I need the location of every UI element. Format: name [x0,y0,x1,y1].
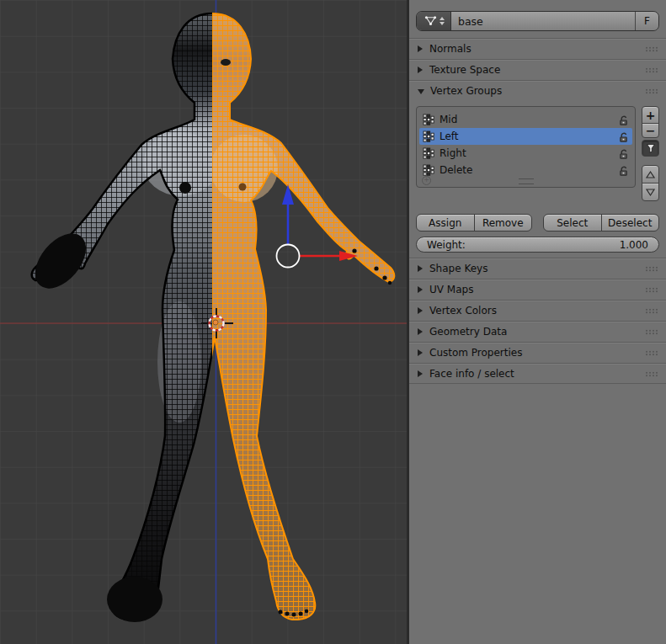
vertex-group-name: Mid [440,114,457,125]
panel-title: Geometry Data [429,326,507,338]
arrow-up-icon [645,170,656,179]
datablock-selector: F [416,11,659,31]
panel-title: UV Maps [429,284,473,295]
weight-slider[interactable]: Weight: 1.000 [416,237,659,253]
disclosure-triangle-icon [418,89,424,94]
panel-grip-icon[interactable] [645,266,658,272]
mesh-data-icon [424,14,438,28]
remove-vertex-group-button[interactable]: − [642,123,659,138]
panel-title: Custom Properties [429,347,522,359]
vertex-group-item[interactable]: Right [419,145,632,162]
panel-grip-icon[interactable] [645,287,658,293]
deselect-button[interactable]: Deselect [601,214,660,232]
fake-user-button[interactable]: F [635,12,658,30]
disclosure-triangle-icon [418,265,423,272]
vertex-group-item[interactable]: Left [419,128,632,145]
panel-grip-icon[interactable] [645,46,658,52]
list-resize-handle[interactable] [519,178,534,184]
panel-title: Vertex Colors [429,305,497,317]
vertex-group-name: Left [440,130,459,142]
panel-header-shape-keys[interactable]: Shape Keys [409,258,666,279]
blender-window: F NormalsTexture Space Vertex Groups Mid [0,0,666,644]
arrow-down-icon [645,188,656,197]
panel-grip-icon[interactable] [645,308,658,314]
mesh-datablock-browse-button[interactable] [417,12,451,30]
panel-title: Shape Keys [429,263,488,274]
vertex-group-actions: Assign Remove Select Deselect [416,214,659,232]
disclosure-triangle-icon [418,45,423,52]
vertex-group-item[interactable]: Delete [419,162,632,178]
panel-header-vertex-groups[interactable]: Vertex Groups [409,80,666,101]
add-vertex-group-button[interactable]: + [642,106,659,124]
panel-title: Texture Space [429,64,500,76]
unlocked-icon[interactable] [619,148,629,159]
vertex-group-icon [423,114,434,125]
unlocked-icon[interactable] [619,165,629,176]
vertex-group-icon [423,130,434,142]
move-group-up-button[interactable] [642,165,659,184]
panel-header-custom-properties[interactable]: Custom Properties [409,342,666,363]
vertex-group-name: Delete [440,164,472,176]
unlocked-icon[interactable] [619,114,629,125]
datablock-spinner-icon[interactable] [440,17,445,25]
filter-button[interactable] [642,140,659,157]
vertex-group-icon [423,164,434,176]
panel-title: Vertex Groups [430,85,502,97]
unlocked-icon[interactable] [619,131,629,142]
move-group-down-button[interactable] [642,183,659,201]
viewport-3d[interactable] [0,0,407,644]
datablock-name-input[interactable] [451,12,635,30]
remove-button[interactable]: Remove [474,214,533,232]
disclosure-triangle-icon [418,370,423,377]
list-add-icon[interactable]: + [422,176,431,185]
list-side-buttons: + − [642,106,659,201]
panel-title: Face info / select [429,368,514,380]
vertex-group-icon [423,147,434,159]
panel-grip-icon[interactable] [645,329,658,335]
properties-panel: F NormalsTexture Space Vertex Groups Mid [407,0,666,644]
panel-header-geometry-data[interactable]: Geometry Data [409,321,666,342]
panel-grip-icon[interactable] [645,371,658,377]
assign-button[interactable]: Assign [416,214,475,232]
vertex-groups-list: Mid Left Rig [416,106,636,188]
vertex-groups-content: Mid Left Rig [416,101,659,253]
panel-header-vertex-colors[interactable]: Vertex Colors [409,300,666,321]
select-button[interactable]: Select [543,214,602,232]
panel-title: Normals [429,43,472,55]
weight-value: 1.000 [620,239,648,251]
funnel-filter-icon [646,143,656,153]
panel-grip-icon[interactable] [645,67,658,73]
disclosure-triangle-icon [418,286,423,293]
disclosure-triangle-icon [418,349,423,356]
disclosure-triangle-icon [418,67,423,73]
disclosure-triangle-icon [418,328,423,335]
panel-header-face-info-select[interactable]: Face info / select [409,363,666,384]
panel-sections-bottom: Shape KeysUV MapsVertex ColorsGeometry D… [416,258,659,384]
panel-header-texture-space[interactable]: Texture Space [409,59,666,80]
panel-grip-icon[interactable] [645,88,658,94]
vertex-group-item[interactable]: Mid [419,111,632,128]
list-footer: + [417,177,635,187]
disclosure-triangle-icon [418,307,423,314]
weight-label: Weight: [427,239,466,251]
panel-header-normals[interactable]: Normals [409,38,666,59]
panel-header-uv-maps[interactable]: UV Maps [409,279,666,300]
panel-sections-top: NormalsTexture Space [416,38,659,80]
vertex-group-name: Right [440,147,466,159]
object-origin-dot [213,320,218,325]
panel-grip-icon[interactable] [645,350,658,356]
